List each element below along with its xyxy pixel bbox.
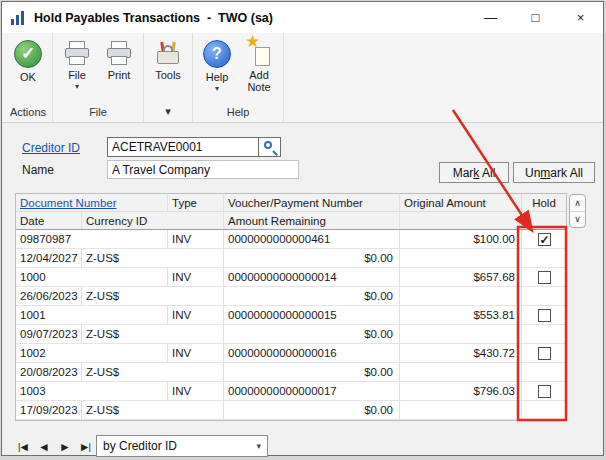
table-row: 1001 INV 00000000000000015 $553.81 [16,306,566,325]
table-row: 1002 INV 00000000000000016 $430.72 [16,344,566,363]
cell-type: INV [168,268,224,286]
first-record-button[interactable]: |◀ [14,438,32,455]
tools-group-chevron-icon[interactable]: ▾ [147,104,189,122]
toolbar-group-help: Help ▾ Add Note Help [193,33,284,122]
titlebar: Hold Payables Transactions - TWO (sa) — … [2,2,603,33]
cell-type: INV [168,382,224,400]
table-row-detail: 20/08/2023 Z-US$ $0.00 [16,363,566,382]
window-controls: — □ × [468,2,603,33]
cell-amount-remaining: $0.00 [224,287,400,305]
toolbar-group-tools: Tools ▾ [144,33,193,122]
cell-voucher-number: 00000000000000014 [224,268,400,286]
add-note-button[interactable]: Add Note [238,33,280,93]
app-icon [11,11,27,25]
tools-button[interactable]: Tools [147,33,189,81]
cell-date: 26/06/2023 [16,287,82,305]
document-number-header-link[interactable]: Document Number [20,197,117,209]
help-button[interactable]: Help ▾ [196,33,238,92]
printer-icon [64,40,90,66]
hold-checkbox[interactable] [538,309,551,322]
toolbar-group-file: File ▾ Print File [53,33,144,122]
group-label-help: Help [196,105,280,122]
last-record-button[interactable]: ▶| [77,438,95,455]
print-button[interactable]: Print [98,33,140,81]
hold-header: Hold [522,194,566,211]
table-row: 09870987 INV 0000000000000461 $100.00 [16,230,566,249]
toolbar: OK Actions File ▾ Print F [2,33,603,123]
cell-amount-remaining: $0.00 [224,363,400,381]
screen: Hold Payables Transactions - TWO (sa) — … [0,0,606,460]
grid-header-row-1: Document Number Type Voucher/Payment Num… [16,194,566,212]
table-row-detail: 12/04/2027 Z-US$ $0.00 [16,249,566,268]
collapse-details-chevron-up-icon[interactable]: ∧ [570,195,585,212]
hold-payables-window: Hold Payables Transactions - TWO (sa) — … [1,1,604,456]
chevron-down-icon: ▾ [215,86,219,92]
date-header: Date [16,212,82,229]
creditor-lookup-button[interactable] [259,137,281,157]
ok-check-icon [14,40,42,68]
cell-type: INV [168,344,224,362]
close-button[interactable]: × [558,2,603,33]
cell-date: 09/07/2023 [16,325,82,343]
grid-header-row-2: Date Currency ID Amount Remaining [16,212,566,230]
expand-details-chevron-down-icon[interactable]: ∨ [570,212,585,228]
cell-document-number: 1003 [16,382,168,400]
cell-date: 20/08/2023 [16,363,82,381]
cell-voucher-number: 00000000000000016 [224,344,400,362]
mark-all-button[interactable]: Mark All [439,162,509,183]
cell-currency-id: Z-US$ [82,401,224,419]
voucher-header: Voucher/Payment Number [224,194,400,211]
table-row: 1000 INV 00000000000000014 $657.68 [16,268,566,287]
original-amount-header: Original Amount [400,194,522,211]
note-star-icon [246,40,272,66]
ok-button[interactable]: OK [7,33,49,83]
detail-toggle-buttons: ∧ ∨ [569,194,586,228]
hold-checkbox[interactable] [538,347,551,360]
toolbox-icon [155,40,181,66]
cell-document-number: 1001 [16,306,168,324]
table-row-detail: 26/06/2023 Z-US$ $0.00 [16,287,566,306]
creditor-id-link[interactable]: Creditor ID [22,141,80,155]
group-label-actions: Actions [7,105,49,122]
printer-icon [106,40,132,66]
hold-checkbox[interactable] [538,271,551,284]
magnifier-icon [263,140,277,154]
amount-remaining-header: Amount Remaining [224,212,400,229]
maximize-button[interactable]: □ [513,2,558,33]
name-label: Name [22,163,54,177]
cell-amount-remaining: $0.00 [224,401,400,419]
cell-voucher-number: 00000000000000015 [224,306,400,324]
next-record-button[interactable]: ▶ [56,438,74,455]
cell-type: INV [168,306,224,324]
chevron-down-icon: ▾ [75,84,79,90]
group-label-file: File [56,105,140,122]
table-row-detail: 17/09/2023 Z-US$ $0.00 [16,401,566,420]
cell-original-amount: $553.81 [400,306,522,324]
toolbar-group-actions: OK Actions [4,33,53,122]
cell-amount-remaining: $0.00 [224,249,400,267]
cell-original-amount: $430.72 [400,344,522,362]
cell-currency-id: Z-US$ [82,363,224,381]
cell-date: 17/09/2023 [16,401,82,419]
cell-original-amount: $657.68 [400,268,522,286]
cell-original-amount: $100.00 [400,230,522,248]
sort-by-dropdown[interactable]: by Creditor ID ▾ [96,435,268,457]
table-row-detail: 09/07/2023 Z-US$ $0.00 [16,325,566,344]
unmark-all-button[interactable]: Unmark All [513,162,595,183]
cell-original-amount: $796.03 [400,382,522,400]
file-button[interactable]: File ▾ [56,33,98,90]
window-title: Hold Payables Transactions - TWO (sa) [34,11,273,25]
cell-voucher-number: 00000000000000017 [224,382,400,400]
creditor-id-input[interactable] [107,137,259,157]
cell-amount-remaining: $0.00 [224,325,400,343]
chevron-down-icon: ▾ [256,441,267,451]
name-value-field [107,160,299,179]
hold-checkbox[interactable] [538,233,551,246]
transactions-grid: Document Number Type Voucher/Payment Num… [15,193,567,421]
hold-checkbox[interactable] [538,385,551,398]
cell-currency-id: Z-US$ [82,249,224,267]
currency-id-header: Currency ID [82,212,224,229]
cell-type: INV [168,230,224,248]
minimize-button[interactable]: — [468,2,513,33]
previous-record-button[interactable]: ◀ [35,438,53,455]
